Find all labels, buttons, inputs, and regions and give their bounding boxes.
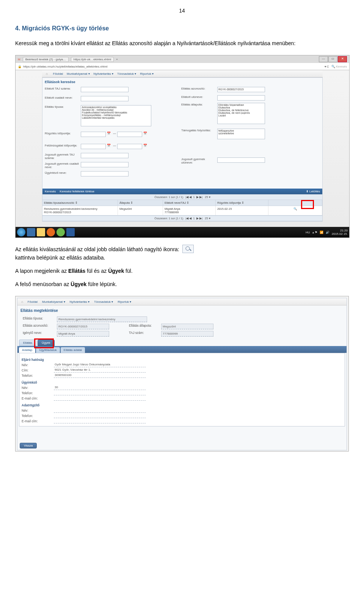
screenshot-search-form: M Beérkező levelek (2) - gulya… https://… (15, 55, 350, 238)
browser-tabbar: M Beérkező levelek (2) - gulya… https://… (16, 55, 349, 63)
input-feluiv-from[interactable] (81, 144, 106, 149)
search-button[interactable]: Keresés (45, 190, 56, 193)
table-row: Rendszeres gyermekvédelmi kedvezmény RGY… (42, 206, 322, 216)
input-ugyint[interactable] (81, 171, 129, 176)
clear-button[interactable]: Keresési feltételek törlése (60, 190, 94, 193)
menu-torzsadatok[interactable]: Törzsadatok ▾ (117, 72, 136, 76)
results-header: Ellátás típusa/azonosító ⇕ Állapota ⇕ El… (42, 200, 322, 206)
label-tipus: Ellátás típusa: (45, 105, 81, 109)
taskbar-word-icon[interactable] (66, 228, 75, 236)
label-utonev: Ellátott utóneve: (181, 95, 217, 99)
input-utonev[interactable] (217, 95, 265, 101)
list-allapot[interactable]: Elbírálás folyamatban Elutasítva Elutasí… (217, 103, 265, 124)
mid-paragraph-3: A felső menüsorban az Ügyek fülre lépünk… (15, 280, 349, 288)
inline-magnifier-icon (182, 245, 194, 253)
browser-addressbar[interactable]: 🔒 https://ptr-oktatas.nrszh.hu/ptell/ell… (16, 63, 349, 70)
input-feluiv-to[interactable] (117, 144, 142, 149)
subtab-adatlap[interactable]: Adatlap (19, 347, 35, 353)
input-azon[interactable]: RGYK-0000027/2015 (217, 87, 265, 92)
field-tipus: Rendszeres gyermekvédelmi kedvezmény (57, 316, 147, 322)
label-taj: TAJ szám: (129, 331, 161, 335)
tray-network-icon[interactable]: 📶 (320, 231, 323, 234)
input-jogycs[interactable] (81, 162, 129, 167)
calendar-icon[interactable]: 📅 (106, 132, 112, 135)
app-menubar: ⌂ Főoldal Munkafolyamat ▾ Nyilvántartás … (42, 70, 323, 77)
magnifier-icon[interactable]: 🔍 (268, 206, 322, 215)
menu-fooldal[interactable]: Főoldal (28, 300, 38, 304)
window-maximize[interactable]: ▭ (328, 56, 337, 62)
field-azon: RGYK-0000027/2015 (57, 324, 109, 329)
taskbar-lang[interactable]: HU (306, 231, 310, 234)
label-azon: Ellátás azonosító: (181, 87, 217, 90)
menu-munkafolyamat[interactable]: Munkafolyamat ▾ (67, 72, 89, 76)
menu-nyilvantartas[interactable]: Nyilvántartás ▾ (94, 72, 113, 76)
label-allapot: Ellátás állapota: (181, 103, 217, 106)
label-jogytaj: Jogosult gyermek TAJ száma: (45, 153, 81, 160)
label-rogz: Rögzítés időpontja: (45, 132, 81, 135)
taskbar-explorer-icon[interactable] (37, 228, 45, 236)
browser-tab-gmail[interactable]: Beérkező levelek (2) - gulya… (23, 57, 69, 62)
details-panel: Eljáró hatóság Név:Győr Megyei Jogú Váro… (19, 353, 345, 426)
menu-nyilvantartas[interactable]: Nyilvántartás ▾ (70, 300, 89, 304)
subtab-ellatas-adatai[interactable]: Ellátás adatai (61, 347, 85, 353)
mid-paragraph-2: A lapon megjelenik az Ellátás fül és az … (15, 267, 349, 275)
group-ugyintezo: Ügyintéző (22, 381, 342, 384)
input-rogz-from[interactable] (81, 132, 106, 137)
calendar-icon[interactable]: 📅 (142, 144, 148, 147)
browser-tab-app[interactable]: https://ptr-ok…ekintes.xhtml (71, 57, 114, 62)
search-panel: Ellátások keresése Ellátott TAJ száma: E… (42, 77, 323, 222)
taskbar-date: 2015.02.15. (332, 232, 348, 236)
menu-torzsadatok[interactable]: Törzsadatok ▾ (94, 300, 113, 304)
menu-fooldal[interactable]: Főoldal (53, 72, 63, 76)
app-menubar: ⌂ Főoldal Munkafolyamat ▾ Nyilvántartás … (17, 298, 347, 305)
back-button[interactable]: Vissza (20, 443, 37, 448)
download-button[interactable]: ⬇ Letöltés (306, 190, 320, 193)
input-taj[interactable] (81, 87, 129, 92)
window-close[interactable]: ✕ (338, 56, 347, 62)
taskbar-utorrent-icon[interactable] (56, 228, 65, 236)
calendar-icon[interactable]: 📅 (106, 144, 112, 147)
screenshot-ellatas-view: ⌂ Főoldal Munkafolyamat ▾ Nyilvántartás … (15, 296, 349, 452)
taskbar-firefox-icon[interactable] (47, 228, 55, 236)
home-icon[interactable]: ⌂ (46, 72, 48, 76)
home-icon[interactable]: ⌂ (21, 300, 23, 304)
calendar-icon[interactable]: 📅 (142, 132, 148, 135)
label-tamfoly: Támogatás folyósítás: (181, 129, 217, 132)
lock-icon: 🔒 (18, 65, 22, 68)
new-tab-button[interactable]: + (116, 58, 118, 61)
menu-riportok[interactable]: Riportok ▾ (118, 300, 131, 304)
label-igenylo: Igénylő neve: (23, 331, 57, 335)
list-tamfoly[interactable]: felfüggesztve szüneteltetve (217, 129, 265, 139)
input-rogz-to[interactable] (117, 132, 142, 137)
label-azon: Ellátás azonosító: (23, 324, 57, 327)
start-button[interactable] (17, 228, 25, 236)
taskbar-time: 21:20 (340, 229, 348, 232)
highlight-magnifier (301, 200, 314, 209)
label-feluiv: Felülvizsgálat időpontja: (45, 144, 81, 147)
tray-flag-icon[interactable]: ▴ ⚑ (312, 231, 317, 234)
label-allapot: Ellátás állapota: (129, 324, 161, 327)
window-minimize[interactable]: — (319, 56, 328, 62)
tray-sound-icon[interactable]: 🔊 (326, 231, 329, 234)
taskbar-ie-icon[interactable] (27, 228, 35, 236)
pager-top: Összesen: 1 sor (1 / 1) |◀ ◀ 1 ▶ ▶| 25 ▾ (42, 194, 322, 200)
intro-paragraph: Keressük meg a törölni kívánt ellátást a… (15, 39, 349, 47)
pager-bottom: Összesen: 1 sor (1 / 1) |◀ ◀ 1 ▶ ▶| 25 ▾ (42, 216, 322, 221)
group-hatosag: Eljáró hatóság (22, 358, 342, 362)
list-tipus[interactable]: Adósságkezelési szolgáltatás Ápolási díj… (81, 105, 151, 126)
field-allapot: Megszűnt (161, 324, 213, 329)
menu-riportok[interactable]: Riportok ▾ (140, 72, 154, 76)
highlight-ugyek-tab (34, 338, 54, 348)
label-taj: Ellátott TAJ száma: (45, 87, 81, 90)
label-ugyint: Ügyintéző neve: (45, 171, 81, 175)
page-number: 14 (15, 8, 349, 14)
label-tipus: Ellátás típusa: (23, 316, 57, 320)
main-tabs: Ellátás Ügyek (17, 340, 347, 346)
menu-munkafolyamat[interactable]: Munkafolyamat ▾ (42, 300, 65, 304)
input-jogyu[interactable] (217, 157, 265, 163)
windows-taskbar: HU ▴ ⚑ 📶 🔊 21:20 2015.02.15. (16, 227, 349, 238)
input-csalad[interactable] (81, 96, 129, 101)
mid-paragraph-1: Az ellátás kiválasztásánál az oldal jobb… (15, 245, 349, 262)
section-heading: 4. Migrációs RGYK-s ügy törlése (15, 25, 349, 32)
input-jogytaj[interactable] (81, 153, 129, 158)
